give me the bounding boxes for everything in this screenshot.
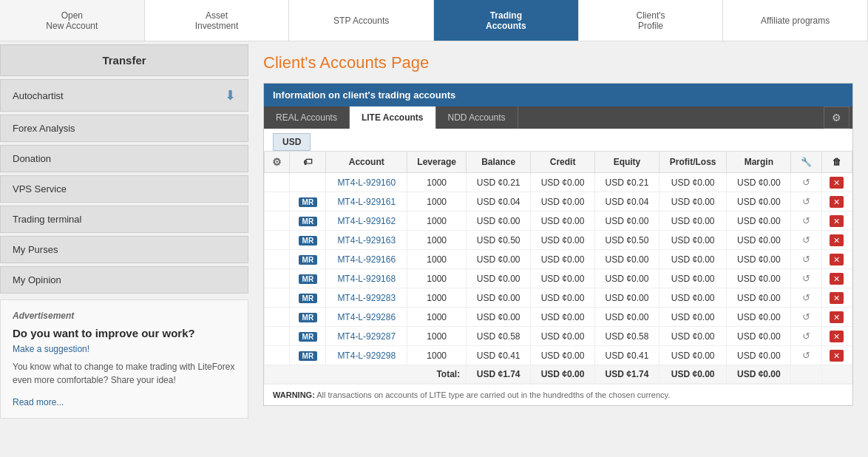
row-margin: USD ¢0.00 (727, 192, 791, 211)
row-leverage: 1000 (407, 269, 467, 288)
row-account[interactable]: MT4-L-929163 (326, 231, 407, 250)
row-edit-icon[interactable]: ↺ (791, 173, 821, 192)
col-equity: Equity (595, 152, 660, 173)
trading-terminal-button[interactable]: Trading terminal (0, 206, 248, 233)
nav-stp-accounts[interactable]: STP Accounts (289, 0, 434, 41)
row-edit-icon[interactable]: ↺ (791, 269, 821, 288)
row-edit-icon[interactable]: ↺ (791, 211, 821, 231)
donation-button[interactable]: Donation (0, 145, 248, 172)
row-account[interactable]: MT4-L-929283 (326, 288, 407, 308)
row-balance: USD ¢0.00 (467, 250, 531, 269)
currency-tab-usd[interactable]: USD (273, 133, 311, 151)
row-account[interactable]: MT4-L-929162 (326, 211, 407, 231)
tab-lite-accounts[interactable]: LITE Accounts (350, 106, 436, 129)
row-balance: USD ¢0.21 (467, 173, 531, 192)
row-credit: USD ¢0.00 (531, 308, 595, 327)
row-delete-icon[interactable]: ✕ (821, 269, 852, 288)
row-balance: USD ¢0.41 (467, 346, 531, 365)
advertisement-section: Advertisement Do you want to improve our… (0, 299, 248, 419)
row-account[interactable]: MT4-L-929168 (326, 269, 407, 288)
row-margin: USD ¢0.00 (727, 250, 791, 269)
row-profit-loss: USD ¢0.00 (659, 308, 726, 327)
autochartist-button[interactable]: Autochartist ⬇ (0, 79, 248, 112)
row-balance: USD ¢0.50 (467, 231, 531, 250)
row-leverage: 1000 (407, 250, 467, 269)
table-row: MR MT4-L-929298 1000 USD ¢0.41 USD ¢0.00… (265, 346, 852, 365)
forex-analysis-button[interactable]: Forex Analysis (0, 115, 248, 142)
table-row: MR MT4-L-929162 1000 USD ¢0.00 USD ¢0.00… (265, 211, 852, 231)
row-margin: USD ¢0.00 (727, 269, 791, 288)
my-purses-button[interactable]: My Purses (0, 236, 248, 263)
row-leverage: 1000 (407, 327, 467, 346)
nav-open-new-account[interactable]: Open New Account (0, 0, 145, 41)
row-account[interactable]: MT4-L-929298 (326, 346, 407, 365)
row-delete-icon[interactable]: ✕ (821, 288, 852, 308)
row-balance: USD ¢0.00 (467, 288, 531, 308)
nav-affiliate-programs[interactable]: Affiliate programs (723, 0, 868, 41)
row-delete-icon[interactable]: ✕ (821, 192, 852, 211)
row-account[interactable]: MT4-L-929166 (326, 250, 407, 269)
row-edit-icon[interactable]: ↺ (791, 231, 821, 250)
total-credit: USD ¢0.00 (531, 365, 595, 384)
row-account[interactable]: MT4-L-929161 (326, 192, 407, 211)
row-delete-icon[interactable]: ✕ (821, 327, 852, 346)
col-credit: Credit (531, 152, 595, 173)
accounts-box: Information on client's trading accounts… (263, 83, 853, 406)
row-margin: USD ¢0.00 (727, 288, 791, 308)
advertisement-title: Advertisement (13, 311, 236, 321)
my-opinion-button[interactable]: My Opinion (0, 266, 248, 294)
row-account[interactable]: MT4-L-929286 (326, 308, 407, 327)
row-delete-icon[interactable]: ✕ (821, 231, 852, 250)
row-edit-icon[interactable]: ↺ (791, 192, 821, 211)
transfer-button[interactable]: Transfer (0, 44, 248, 76)
row-account[interactable]: MT4-L-929160 (326, 173, 407, 192)
row-delete-icon[interactable]: ✕ (821, 173, 852, 192)
row-delete-icon[interactable]: ✕ (821, 211, 852, 231)
row-account[interactable]: MT4-L-929287 (326, 327, 407, 346)
row-equity: USD ¢0.58 (595, 327, 660, 346)
tab-ndd-accounts[interactable]: NDD Accounts (436, 106, 518, 129)
tabs-bar: REAL Accounts LITE Accounts NDD Accounts… (264, 106, 852, 129)
row-profit-loss: USD ¢0.00 (659, 327, 726, 346)
row-gear (265, 231, 290, 250)
tab-real-accounts[interactable]: REAL Accounts (264, 106, 350, 129)
page-title: Client's Accounts Page (263, 53, 853, 72)
row-edit-icon[interactable]: ↺ (791, 288, 821, 308)
row-edit-icon[interactable]: ↺ (791, 346, 821, 365)
top-nav: Open New Account Asset Investment STP Ac… (0, 0, 868, 41)
row-profit-loss: USD ¢0.00 (659, 250, 726, 269)
nav-asset-investment[interactable]: Asset Investment (145, 0, 290, 41)
row-mr-badge: MR (290, 192, 326, 211)
row-credit: USD ¢0.00 (531, 211, 595, 231)
total-profit-loss: USD ¢0.00 (659, 365, 726, 384)
row-equity: USD ¢0.00 (595, 269, 660, 288)
row-equity: USD ¢0.21 (595, 173, 660, 192)
row-margin: USD ¢0.00 (727, 308, 791, 327)
vps-service-button[interactable]: VPS Service (0, 175, 248, 203)
row-equity: USD ¢0.50 (595, 231, 660, 250)
table-row: MR MT4-L-929287 1000 USD ¢0.58 USD ¢0.00… (265, 327, 852, 346)
row-balance: USD ¢0.00 (467, 269, 531, 288)
row-delete-icon[interactable]: ✕ (821, 346, 852, 365)
row-credit: USD ¢0.00 (531, 250, 595, 269)
row-margin: USD ¢0.00 (727, 346, 791, 365)
row-edit-icon[interactable]: ↺ (791, 250, 821, 269)
tab-settings-icon[interactable]: ⚙ (824, 106, 850, 129)
advertisement-text: You know what to change to make trading … (13, 360, 236, 387)
nav-clients-profile[interactable]: Client's Profile (579, 0, 724, 41)
row-credit: USD ¢0.00 (531, 327, 595, 346)
col-flag: 🏷 (290, 152, 326, 173)
row-equity: USD ¢0.00 (595, 250, 660, 269)
row-margin: USD ¢0.00 (727, 231, 791, 250)
row-delete-icon[interactable]: ✕ (821, 308, 852, 327)
row-delete-icon[interactable]: ✕ (821, 250, 852, 269)
col-gear: ⚙ (265, 152, 290, 173)
row-edit-icon[interactable]: ↺ (791, 327, 821, 346)
row-edit-icon[interactable]: ↺ (791, 308, 821, 327)
read-more-link[interactable]: Read more... (13, 397, 64, 407)
row-gear (265, 250, 290, 269)
row-equity: USD ¢0.04 (595, 192, 660, 211)
total-row: Total: USD ¢1.74 USD ¢0.00 USD ¢1.74 USD (265, 365, 852, 384)
nav-trading-accounts[interactable]: Trading Accounts (434, 0, 579, 41)
make-suggestion-link[interactable]: Make a suggestion! (13, 344, 236, 354)
